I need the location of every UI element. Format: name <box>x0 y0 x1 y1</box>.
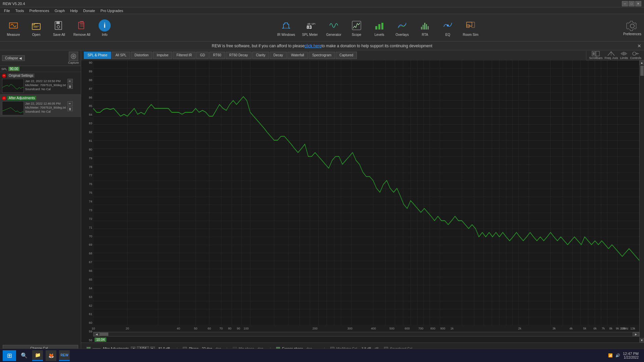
tab-all-spl[interactable]: All SPL <box>112 52 130 59</box>
search-button[interactable]: 🔍 <box>19 350 30 361</box>
menu-file[interactable]: File <box>1 8 13 13</box>
measurement-original: × Original Settings Jan 22, 2022 12:33:5… <box>0 72 81 95</box>
measurement-original-header: × Original Settings <box>2 73 79 78</box>
x-scroll-left[interactable]: ◀ <box>93 332 100 336</box>
menu-preferences[interactable]: Preferences <box>26 8 52 13</box>
edit-original[interactable]: ✏ <box>67 79 73 83</box>
donation-close[interactable]: ✕ <box>637 43 641 49</box>
delete-after[interactable]: 🗑 <box>67 107 73 111</box>
tab-impulse[interactable]: Impulse <box>153 52 172 59</box>
x-label-13k: 13k <box>630 327 635 330</box>
menu-graph[interactable]: Graph <box>52 8 68 13</box>
svg-rect-14 <box>426 24 427 29</box>
eq-button[interactable]: EQ <box>437 16 459 40</box>
tab-waterfall[interactable]: Waterfall <box>287 52 308 59</box>
browser-icon: 🦊 <box>48 353 54 358</box>
spl-display: SPL 90.00 <box>0 66 81 72</box>
mini-graph-original <box>2 79 24 93</box>
close-measurement-original[interactable]: × <box>2 74 6 78</box>
y-label-72: 72 <box>89 217 92 221</box>
tab-filtered-ir[interactable]: Filtered IR <box>173 52 196 59</box>
overlays-button[interactable]: Overlays <box>391 16 413 40</box>
chart-main-col: 10 20 40 50 60 70 80 90 100 200 300 400 … <box>93 60 639 343</box>
svg-rect-8 <box>375 26 377 29</box>
rta-button[interactable]: RTA <box>414 16 436 40</box>
info-button[interactable]: i Info <box>94 16 115 40</box>
generator-icon <box>328 19 340 32</box>
tab-spl-phase[interactable]: SPL & Phase <box>84 52 111 59</box>
remove-all-button[interactable]: Remove All <box>71 16 93 40</box>
menu-help[interactable]: Help <box>67 8 80 13</box>
tab-gd[interactable]: GD <box>196 52 209 59</box>
svg-rect-12 <box>423 25 424 29</box>
x-label-6k: 6k <box>593 327 597 330</box>
spl-label: SPL <box>1 67 7 71</box>
file-manager-button[interactable]: 📁 <box>32 350 43 361</box>
tab-spectrogram[interactable]: Spectrogram <box>309 52 335 59</box>
sidebar-header: Collapse ◀ Capture <box>0 50 81 66</box>
chart-area[interactable] <box>93 60 639 325</box>
close-button[interactable]: ✕ <box>635 1 641 6</box>
sidebar-empty <box>0 117 81 342</box>
x-scrollbar[interactable]: ◀ ▶ <box>93 332 639 337</box>
svg-rect-9 <box>378 24 380 29</box>
y-scrollbar[interactable]: ▲ ▼ <box>639 60 644 343</box>
x-label-50: 50 <box>194 327 197 330</box>
svg-rect-24 <box>593 52 595 55</box>
y-scroll-up[interactable]: ▲ <box>640 60 644 65</box>
preferences-button[interactable]: Preferences <box>623 20 641 36</box>
y-label-77: 77 <box>89 174 92 177</box>
generator-button[interactable]: Generator <box>323 16 344 40</box>
tab-captured[interactable]: Captured <box>336 52 357 59</box>
minimize-button[interactable]: ─ <box>622 1 628 6</box>
rew-button[interactable]: REW <box>59 350 70 361</box>
menu-tools[interactable]: Tools <box>13 8 27 13</box>
room-sim-button[interactable]: Room Sim <box>460 16 481 40</box>
tab-rt60-decay[interactable]: RT60 Decay <box>226 52 252 59</box>
edit-after[interactable]: ✏ <box>67 101 73 106</box>
freq-axis-label: Freq. Axis <box>604 56 618 60</box>
browser-button[interactable]: 🦊 <box>46 350 56 361</box>
controls-ctrl: Controls <box>630 51 641 60</box>
delete-original[interactable]: 🗑 <box>67 84 73 89</box>
capture-button[interactable] <box>69 52 78 61</box>
open-button[interactable]: Open <box>25 16 47 40</box>
tab-distortion[interactable]: Distortion <box>131 52 152 59</box>
save-all-label: Save All <box>53 33 65 37</box>
save-all-button[interactable]: Save All <box>48 16 70 40</box>
menu-donate[interactable]: Donate <box>80 8 98 13</box>
scope-label: Scope <box>352 33 361 37</box>
y-label-89: 89 <box>89 70 92 73</box>
menu-pro-upgrades[interactable]: Pro Upgrades <box>98 8 126 13</box>
close-measurement-after[interactable]: × <box>2 96 6 100</box>
tab-rt60[interactable]: RT60 <box>209 52 225 59</box>
open-label: Open <box>32 33 40 37</box>
overlays-label: Overlays <box>395 33 409 37</box>
spl-value: 90.00 <box>8 67 19 71</box>
levels-button[interactable]: Levels <box>369 16 390 40</box>
spl-meter-button[interactable]: dB SPL 83 SPL Meter <box>298 16 322 40</box>
limits-ctrl: Limits <box>620 51 628 60</box>
tab-clarity[interactable]: Clarity <box>252 52 269 59</box>
tab-decay[interactable]: Decay <box>270 52 286 59</box>
svg-rect-15 <box>428 26 429 29</box>
measure-button[interactable]: Measure <box>3 16 24 40</box>
limits-label: Limits <box>620 56 628 60</box>
collapse-button[interactable]: Collapse ◀ <box>2 55 25 61</box>
restore-button[interactable]: □ <box>629 1 635 6</box>
ir-windows-button[interactable]: IR Windows <box>275 16 297 40</box>
titlebar-controls: ─ □ ✕ <box>622 1 641 6</box>
donation-text2: to make a donation to help support its c… <box>322 44 432 48</box>
svg-point-16 <box>447 24 449 26</box>
svg-text:83: 83 <box>307 24 312 30</box>
start-button[interactable]: ⊞ <box>3 350 16 361</box>
scope-button[interactable]: Scope <box>346 16 367 40</box>
rta-icon <box>419 19 431 32</box>
donation-link[interactable]: click here <box>305 44 322 48</box>
y-scroll-thumb[interactable] <box>640 66 644 76</box>
x-scroll-right[interactable]: ▶ <box>633 332 639 336</box>
y-scroll-down[interactable]: ▼ <box>640 338 644 343</box>
x-scroll-thumb[interactable] <box>100 333 108 336</box>
y-label-63: 63 <box>89 295 92 299</box>
measurement-original-actions: ✏ 🗑 <box>67 79 73 93</box>
